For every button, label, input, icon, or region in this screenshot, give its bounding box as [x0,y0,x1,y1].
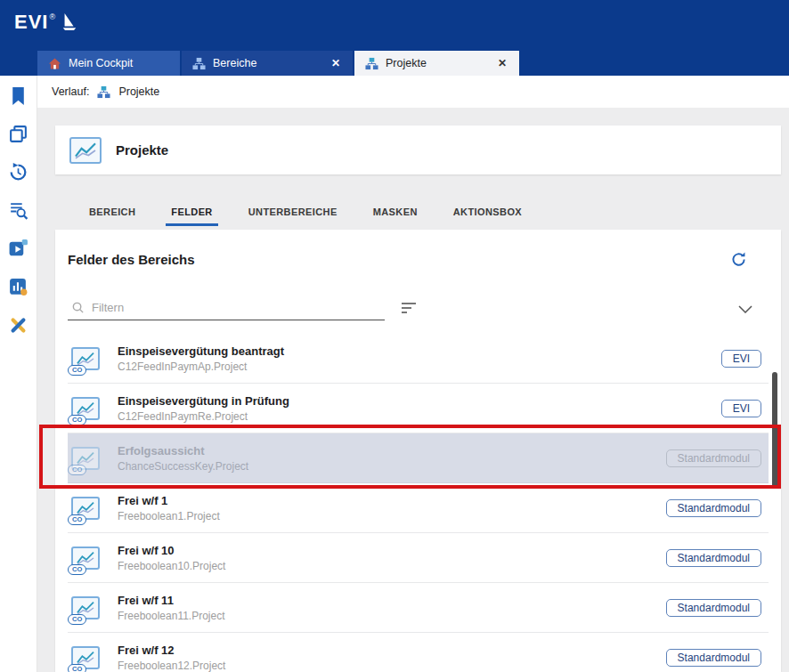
field-title: Einspeisevergütung in Prüfung [118,394,709,408]
field-chart-icon: CO [71,447,105,470]
co-badge: CO [68,614,86,625]
filter-row [68,294,769,320]
section-tab[interactable]: MASKEN [355,198,435,226]
list-item[interactable]: CO Frei w/f 12 Freeboolean12.Project Sta… [68,633,769,672]
field-chart-icon: CO [71,646,105,669]
panel-header: Felder des Bereichs [68,247,769,271]
list-item[interactable]: CO Frei w/f 1 Freeboolean1.Project Stand… [68,483,769,533]
tab-bar: Mein Cockpit Bereiche ✕ Projekte ✕ [37,51,521,76]
module-badge: Standardmodul [666,499,761,517]
evi-logo: EVI ® [14,11,78,34]
module-badge: EVI [721,350,761,368]
windows-copy-icon[interactable] [7,123,30,144]
plugin-icon[interactable] [7,238,30,259]
field-chart-icon: CO [71,347,105,370]
logo-registered-mark: ® [49,12,55,21]
co-badge: CO [68,514,86,525]
close-icon[interactable]: ✕ [496,57,508,69]
bookmark-icon[interactable] [7,85,30,106]
tools-icon[interactable] [7,314,30,336]
field-title: Frei w/f 1 [118,494,654,507]
filter-field[interactable] [68,298,385,320]
section-tab-label: UNTERBEREICHE [248,206,338,217]
module-badge: Standardmodul [666,449,761,467]
tab-mein-cockpit[interactable]: Mein Cockpit [37,51,180,76]
co-badge: CO [68,564,86,575]
field-chart-icon: CO [71,397,105,420]
page-header-card: Projekte [55,125,781,174]
co-badge: CO [68,465,86,475]
tab-label: Bereiche [213,57,322,69]
field-title: Frei w/f 11 [118,594,654,607]
section-tab-label: BEREICH [89,206,135,217]
module-badge: Standardmodul [666,599,761,617]
co-badge: CO [68,664,86,672]
modules-icon [365,57,378,70]
section-tab-label: AKTIONSBOX [453,206,522,217]
fields-list: CO Einspeisevergütung beantragt C12FeedI… [68,334,769,672]
search-icon [71,301,85,314]
modules-icon [97,85,110,99]
field-subtitle: ChanceSuccessKey.Project [118,460,654,473]
fields-panel: Felder des Bereichs [55,230,781,672]
field-subtitle: C12FeedInPaymRe.Project [118,410,709,423]
field-chart-icon: CO [71,497,105,520]
list-item[interactable]: CO Einspeisevergütung in Prüfung C12Feed… [68,384,769,433]
report-icon[interactable] [7,276,30,297]
module-badge: Standardmodul [666,549,761,567]
list-item[interactable]: CO Frei w/f 10 Freeboolean10.Project Sta… [68,533,769,583]
scrollbar-thumb[interactable] [772,372,777,488]
section-tab[interactable]: AKTIONSBOX [435,198,540,226]
sail-icon [61,10,78,33]
section-tab[interactable]: FELDER [153,198,230,226]
breadcrumb-current[interactable]: Projekte [118,85,159,98]
tab-label: Mein Cockpit [69,57,169,69]
co-badge: CO [68,415,86,425]
app-header: EVI ® Mein Cockpit Bereiche ✕ [0,0,789,76]
tab-projekte-active[interactable]: Projekte ✕ [354,51,519,76]
modules-icon [192,57,206,70]
section-tab[interactable]: BEREICH [71,198,153,226]
list-item[interactable]: CO Einspeisevergütung beantragt C12FeedI… [68,334,769,384]
co-badge: CO [68,365,86,376]
breadcrumb: Verlauf: Projekte [37,76,789,108]
history-icon[interactable] [7,161,30,182]
search-data-icon[interactable] [7,199,30,221]
field-title: Einspeisevergütung beantragt [118,344,709,358]
module-badge: Standardmodul [666,649,761,667]
field-subtitle: C12FeedInPaymAp.Project [118,360,709,373]
chevron-down-icon[interactable] [738,305,752,313]
field-chart-icon: CO [71,596,105,619]
filter-input[interactable] [92,301,383,314]
list-item[interactable]: CO Frei w/f 11 Freeboolean11.Project Sta… [68,583,769,633]
sort-icon[interactable] [401,302,417,314]
close-icon[interactable]: ✕ [329,57,342,69]
field-subtitle: Freeboolean12.Project [118,660,654,672]
left-sidebar [0,76,37,672]
field-title: Frei w/f 12 [118,644,654,657]
field-subtitle: Freeboolean11.Project [118,610,654,622]
refresh-icon[interactable] [730,251,747,268]
home-icon [48,57,61,70]
list-item[interactable]: CO Erfolgsaussicht ChanceSuccessKey.Proj… [68,433,769,483]
breadcrumb-label: Verlauf: [52,85,89,98]
section-tab-label: FELDER [171,206,212,217]
panel-title: Felder des Bereichs [68,252,195,267]
tab-label: Projekte [386,57,489,69]
logo-text: EVI [14,11,48,34]
page-title: Projekte [116,142,168,158]
section-tab[interactable]: UNTERBEREICHE [231,198,355,226]
field-subtitle: Freeboolean10.Project [118,560,654,572]
projects-chart-icon [69,137,102,164]
field-title: Erfolgsaussicht [118,444,654,457]
section-tab-label: MASKEN [373,206,418,217]
field-title: Frei w/f 10 [118,544,654,557]
field-subtitle: Freeboolean1.Project [118,510,654,522]
tab-bereiche[interactable]: Bereiche ✕ [182,51,353,76]
field-chart-icon: CO [71,547,105,570]
module-badge: EVI [721,400,761,417]
section-tab-bar: BEREICH FELDER UNTERBEREICHE MASKEN AKTI… [55,198,781,226]
